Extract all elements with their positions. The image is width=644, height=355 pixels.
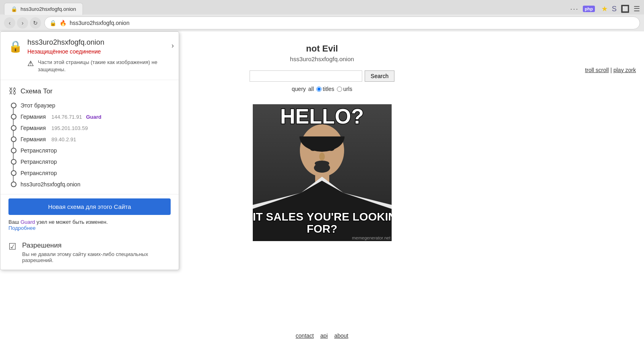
- titles-option[interactable]: titles: [316, 86, 334, 92]
- forward-button[interactable]: ›: [17, 17, 28, 29]
- node-label-1: Германия: [21, 114, 46, 120]
- guard-label-1: Guard: [86, 114, 101, 120]
- urls-option[interactable]: urls: [337, 86, 353, 92]
- expand-button[interactable]: ›: [171, 41, 174, 50]
- node-label-6: Ретранслятор: [21, 170, 57, 176]
- guard-note-suffix: узел не может быть изменен.: [35, 219, 108, 225]
- node-dot-1: [11, 114, 17, 120]
- troll-scroll-link[interactable]: troll scroll: [585, 67, 609, 73]
- all-label: all: [308, 86, 314, 92]
- permissions-title: Разрешения: [22, 241, 171, 250]
- node-dot-3: [11, 136, 17, 142]
- tor-node-5: Ретранслятор: [11, 159, 171, 165]
- node-dot-2: [11, 125, 17, 131]
- tor-section: ⛓ Схема Tor Этот браузер Германия 144.76…: [0, 80, 179, 194]
- guard-link[interactable]: Guard: [21, 219, 35, 225]
- footer-links: contact api about: [296, 332, 349, 339]
- sync-icon[interactable]: S: [612, 5, 617, 13]
- node-label-2: Германия: [21, 125, 46, 131]
- play-zork-link[interactable]: play zork: [613, 67, 636, 73]
- node-label-7: hss3uro2hsxfogfq.onion: [21, 181, 80, 188]
- separator: |: [610, 67, 613, 73]
- star-icon[interactable]: ★: [601, 4, 608, 13]
- flame-icon: 🔥: [60, 20, 66, 26]
- nav-buttons: ‹ › ↻: [4, 17, 41, 29]
- site-title: not Evil: [290, 43, 354, 54]
- tab-lock-icon: 🔒: [11, 6, 17, 12]
- php-badge: php: [583, 6, 595, 12]
- tab-title: hss3uro2hsxfogfq.onion: [21, 6, 76, 12]
- footer-api-link[interactable]: api: [320, 332, 328, 339]
- tor-node-3: Германия 89.40.2.91: [11, 136, 171, 142]
- tor-node-4: Ретранслятор: [11, 147, 171, 154]
- meme-canvas: [253, 104, 392, 241]
- guard-note-prefix: Ваш: [8, 219, 21, 225]
- address-bar: ‹ › ↻ 🔒 🔥 hss3uro2hsxfogfq.onion: [0, 14, 644, 31]
- urls-radio[interactable]: [337, 87, 342, 92]
- node-label-3: Германия: [21, 136, 46, 142]
- node-label-5: Ретранслятор: [21, 159, 57, 165]
- site-info-section: 🔒 hss3uro2hsxfogfq.onion Незащищённое со…: [0, 32, 179, 80]
- node-dot-7: [11, 182, 17, 187]
- node-ip-2: 195.201.103.59: [52, 125, 88, 131]
- search-input[interactable]: [250, 70, 362, 82]
- toolbar-right: ··· php ★ S 🔲 ☰: [570, 4, 640, 13]
- site-header: not Evil hss3uro2hsxfogfq.onion: [290, 43, 354, 62]
- meme-image: [253, 104, 392, 241]
- back-button[interactable]: ‹: [4, 17, 15, 29]
- site-domain: hss3uro2hsxfogfq.onion: [290, 56, 354, 62]
- node-dot-4: [11, 148, 17, 153]
- new-circuit-button[interactable]: Новая схема для этого Сайта: [8, 198, 171, 215]
- node-ip-3: 89.40.2.91: [52, 136, 76, 142]
- titles-radio[interactable]: [316, 87, 322, 92]
- menu-dots-icon[interactable]: ···: [570, 5, 579, 13]
- warning-icon: ⚠: [27, 59, 34, 68]
- footer-about-link[interactable]: about: [334, 332, 348, 339]
- node-label-0: Этот браузер: [21, 102, 55, 109]
- security-popup: 🔒 hss3uro2hsxfogfq.onion Незащищённое со…: [0, 31, 179, 270]
- search-options: query all titles urls: [292, 86, 352, 92]
- node-dot-5: [11, 159, 17, 165]
- search-form: Search query all titles urls: [250, 70, 394, 92]
- top-right-links: troll scroll | play zork: [585, 67, 636, 73]
- search-button[interactable]: Search: [365, 70, 394, 82]
- accounts-icon[interactable]: 🔲: [621, 4, 630, 13]
- tor-node-1: Германия 144.76.71.91 Guard: [11, 114, 171, 120]
- lock-icon-large: 🔒: [8, 40, 23, 53]
- tor-section-title: Схема Tor: [21, 87, 53, 95]
- more-link[interactable]: Подробнее: [8, 225, 35, 231]
- permissions-icon: ☑: [8, 241, 17, 252]
- tor-node-0: Этот браузер: [11, 102, 171, 109]
- warning-text: Части этой страницы (такие как изображен…: [38, 59, 171, 73]
- active-tab[interactable]: 🔒 hss3uro2hsxfogfq.onion: [4, 3, 83, 15]
- urls-label: urls: [343, 86, 353, 92]
- lock-icon: 🔒: [50, 20, 56, 26]
- permissions-text: Вы не давали этому сайту каких-либо спец…: [22, 251, 171, 263]
- node-ip-1: 144.76.71.91: [52, 114, 82, 120]
- footer-contact-link[interactable]: contact: [296, 332, 314, 339]
- query-label: query: [292, 86, 306, 92]
- node-label-4: Ретранслятор: [21, 147, 57, 154]
- tor-node-6: Ретранслятор: [11, 170, 171, 176]
- tab-bar: 🔒 hss3uro2hsxfogfq.onion ··· php ★ S 🔲 ☰: [0, 0, 644, 14]
- tor-node-2: Германия 195.201.103.59: [11, 125, 171, 131]
- titles-label: titles: [323, 86, 334, 92]
- insecure-label: Незащищённое соединение: [27, 48, 171, 55]
- hamburger-icon[interactable]: ☰: [634, 4, 640, 13]
- tor-nodes-list: Этот браузер Германия 144.76.71.91 Guard…: [8, 102, 171, 188]
- popup-site-url: hss3uro2hsxfogfq.onion: [27, 38, 171, 47]
- address-box[interactable]: 🔒 🔥 hss3uro2hsxfogfq.onion: [44, 17, 640, 29]
- refresh-button[interactable]: ↻: [30, 17, 41, 29]
- permissions-section: ☑ Разрешения Вы не давали этому сайту ка…: [0, 235, 179, 270]
- address-text: hss3uro2hsxfogfq.onion: [70, 20, 635, 26]
- tor-icon: ⛓: [8, 87, 17, 96]
- node-dot-6: [11, 170, 17, 176]
- guard-note: Ваш Guard узел не может быть изменен. По…: [0, 219, 179, 235]
- tor-node-7: hss3uro2hsxfogfq.onion: [11, 181, 171, 188]
- node-dot-0: [11, 103, 17, 108]
